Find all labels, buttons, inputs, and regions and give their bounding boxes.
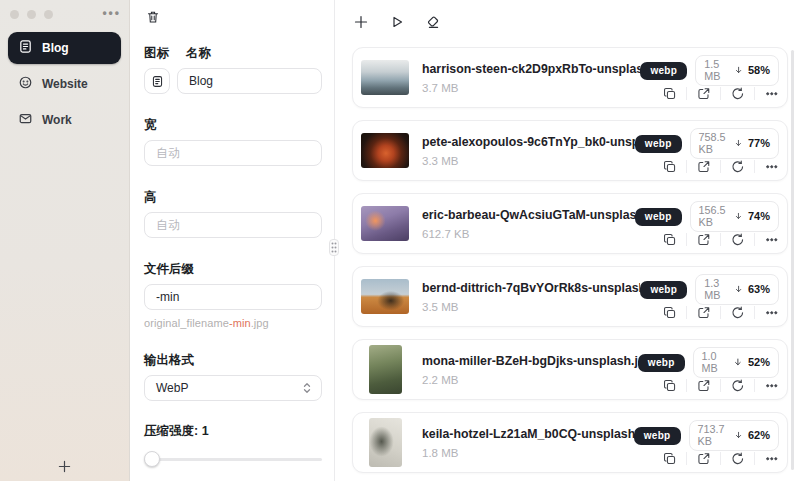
name-field[interactable] — [177, 68, 322, 94]
slider-knob[interactable] — [144, 451, 160, 467]
thumbnail-slot — [360, 133, 410, 168]
file-result: webp 1.3 MB 63% — [640, 273, 779, 320]
file-row[interactable]: mona-miller-BZeH-bgDjks-unsplash.jpg 2.2… — [352, 339, 788, 400]
settings-panel: 图标 名称 宽 高 文件后缀 original_filename-min.jpg — [130, 0, 335, 481]
open-external-button[interactable] — [696, 232, 711, 247]
reprocess-button[interactable] — [730, 305, 745, 320]
more-options-button[interactable] — [764, 86, 779, 101]
file-meta: bernd-dittrich-7qBvYOrRk8s-unsplash.jpg … — [422, 281, 640, 313]
eraser-icon — [426, 15, 440, 29]
reprocess-button[interactable] — [730, 86, 745, 101]
more-icon — [765, 379, 779, 393]
file-thumbnail — [361, 60, 409, 95]
file-original-size: 612.7 KB — [422, 228, 635, 240]
more-options-button[interactable] — [764, 378, 779, 393]
reprocess-button[interactable] — [730, 159, 745, 174]
reprocess-button[interactable] — [730, 451, 745, 466]
down-arrow-icon — [735, 211, 742, 221]
open-external-button[interactable] — [696, 305, 711, 320]
row-actions — [662, 378, 779, 393]
add-files-button[interactable] — [352, 13, 369, 30]
divider — [754, 452, 755, 465]
result-size-pill: 156.5 KB 74% — [690, 201, 779, 232]
file-name: mona-miller-BZeH-bgDjks-unsplash.jpg — [422, 354, 638, 368]
refresh-icon — [731, 160, 745, 174]
clear-list-button[interactable] — [424, 13, 441, 30]
compression-slider[interactable] — [144, 451, 322, 467]
file-original-size: 3.3 MB — [422, 155, 635, 167]
output-format-select[interactable]: WebP — [144, 375, 322, 401]
copy-button[interactable] — [662, 305, 677, 320]
divider — [720, 379, 721, 392]
more-options-button[interactable] — [764, 159, 779, 174]
format-badge: webp — [635, 135, 682, 153]
copy-icon — [663, 379, 677, 393]
down-arrow-icon — [735, 284, 742, 294]
close-window-button[interactable] — [10, 10, 19, 19]
slider-track — [144, 458, 322, 461]
file-new-size: 713.7 KB — [698, 423, 729, 447]
file-toolbar — [335, 0, 800, 34]
window-controls — [10, 10, 53, 19]
divider — [754, 233, 755, 246]
copy-button[interactable] — [662, 159, 677, 174]
reduction-percent: 52% — [748, 356, 770, 368]
row-actions — [662, 451, 779, 466]
divider — [686, 306, 687, 319]
copy-button[interactable] — [662, 232, 677, 247]
down-arrow-icon — [735, 65, 742, 75]
file-meta: pete-alexopoulos-9c6TnYp_bk0-unsplas... … — [422, 135, 635, 167]
suffix-field[interactable] — [144, 284, 322, 310]
copy-button[interactable] — [662, 378, 677, 393]
zoom-window-button[interactable] — [44, 10, 53, 19]
file-row[interactable]: keila-hotzel-Lz21aM_b0CQ-unsplash.jpg 1.… — [352, 412, 788, 473]
height-field[interactable] — [144, 212, 322, 238]
thumbnail-slot — [360, 60, 410, 95]
preset-icon-picker-button[interactable] — [144, 68, 170, 94]
select-chevrons-icon — [302, 382, 312, 394]
divider — [720, 233, 721, 246]
run-compression-button[interactable] — [388, 13, 405, 30]
copy-button[interactable] — [662, 451, 677, 466]
sidebar-item-blog[interactable]: Blog — [8, 32, 121, 64]
file-new-size: 758.5 KB — [699, 131, 730, 155]
open-external-button[interactable] — [696, 159, 711, 174]
file-row[interactable]: bernd-dittrich-7qBvYOrRk8s-unsplash.jpg … — [352, 266, 788, 327]
more-options-button[interactable] — [764, 451, 779, 466]
divider — [686, 379, 687, 392]
file-meta: harrison-steen-ck2D9pxRbTo-unsplash.jpg … — [422, 62, 640, 94]
file-row[interactable]: pete-alexopoulos-9c6TnYp_bk0-unsplas... … — [352, 120, 788, 181]
file-row[interactable]: eric-barbeau-QwAcsiuGTaM-unsplash.jpg 61… — [352, 193, 788, 254]
copy-icon — [663, 233, 677, 247]
badge-row: webp 156.5 KB 74% — [635, 201, 779, 232]
suffix-preview: original_filename-min.jpg — [144, 317, 322, 329]
open-external-button[interactable] — [696, 378, 711, 393]
result-size-pill: 1.0 MB 52% — [693, 347, 779, 378]
badge-row: webp 758.5 KB 77% — [635, 128, 779, 159]
plus-icon — [354, 15, 368, 29]
name-field-label: 名称 — [186, 45, 211, 62]
scrollbar[interactable] — [791, 50, 794, 470]
reprocess-button[interactable] — [730, 232, 745, 247]
sidebar-more-icon[interactable]: ••• — [102, 6, 121, 20]
delete-preset-button[interactable] — [144, 8, 162, 26]
sidebar-item-work[interactable]: Work — [8, 104, 121, 136]
open-external-button[interactable] — [696, 451, 711, 466]
sidebar-item-website[interactable]: Website — [8, 68, 121, 100]
more-options-button[interactable] — [764, 232, 779, 247]
more-options-button[interactable] — [764, 305, 779, 320]
copy-button[interactable] — [662, 86, 677, 101]
result-size-pill: 1.3 MB 63% — [695, 274, 779, 305]
width-field[interactable] — [144, 140, 322, 166]
format-badge: webp — [635, 208, 682, 226]
file-row[interactable]: harrison-steen-ck2D9pxRbTo-unsplash.jpg … — [352, 47, 788, 108]
divider — [754, 306, 755, 319]
drag-grip-icon — [331, 242, 337, 253]
reprocess-button[interactable] — [730, 378, 745, 393]
panel-resize-handle[interactable] — [329, 239, 339, 256]
add-preset-button[interactable] — [54, 455, 76, 477]
file-name: bernd-dittrich-7qBvYOrRk8s-unsplash.jpg — [422, 281, 640, 295]
minimize-window-button[interactable] — [27, 10, 36, 19]
open-external-button[interactable] — [696, 86, 711, 101]
format-badge: webp — [640, 62, 687, 80]
